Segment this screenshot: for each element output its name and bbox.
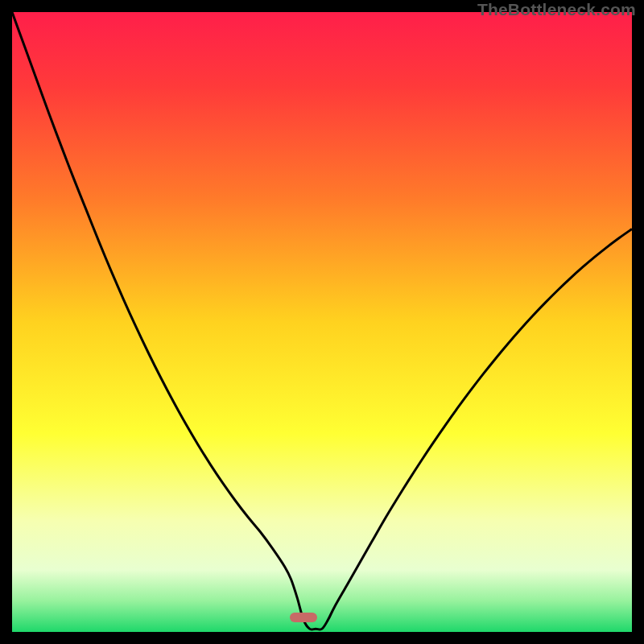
optimal-marker xyxy=(290,613,318,622)
chart-frame: TheBottleneck.com xyxy=(0,0,644,644)
watermark-text: TheBottleneck.com xyxy=(477,0,636,19)
chart-plot-area xyxy=(12,12,632,632)
